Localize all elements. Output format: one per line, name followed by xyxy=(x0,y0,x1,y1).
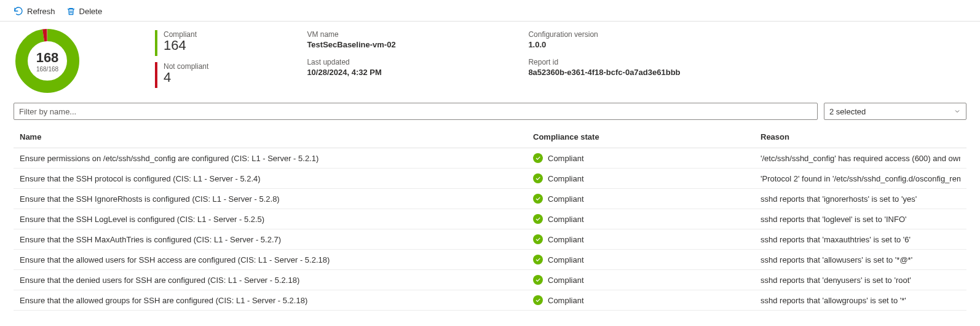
cell-reason: 'Protocol 2' found in '/etc/ssh/sshd_con… xyxy=(761,174,960,183)
cell-compliance-state: Compliant xyxy=(533,214,761,224)
compliance-state-text: Compliant xyxy=(548,276,584,285)
cell-name: Ensure that the SSH MaxAuthTries is conf… xyxy=(20,235,533,244)
cell-reason: sshd reports that 'ignorerhosts' is set … xyxy=(761,194,960,204)
th-state[interactable]: Compliance state xyxy=(533,132,761,141)
meta-config-version-label: Configuration version xyxy=(528,30,749,39)
cell-compliance-state: Compliant xyxy=(533,255,761,264)
cell-compliance-state: Compliant xyxy=(533,234,761,244)
check-circle-icon xyxy=(533,153,543,163)
check-circle-icon xyxy=(533,214,543,224)
table-row[interactable]: Ensure that the allowed groups for SSH a… xyxy=(14,290,966,311)
meta-report-id: Report id 8a52360b-e361-4f18-bcfc-0a7ad3… xyxy=(528,58,749,77)
stat-compliant-value: 164 xyxy=(164,38,197,54)
cell-reason: sshd reports that 'maxauthtries' is set … xyxy=(761,235,960,244)
table-row[interactable]: Ensure that the SSH protocol is configur… xyxy=(14,169,966,189)
th-name[interactable]: Name xyxy=(20,132,533,141)
meta-report-id-value: 8a52360b-e361-4f18-bcfc-0a7ad3e61bbb xyxy=(528,68,749,77)
cell-reason: sshd reports that 'loglevel' is set to '… xyxy=(761,215,960,224)
refresh-icon xyxy=(14,6,23,16)
compliance-state-text: Compliant xyxy=(548,154,584,163)
meta-last-updated: Last updated 10/28/2024, 4:32 PM xyxy=(307,58,528,77)
summary-section: 168 168/168 Compliant 164 Not compliant … xyxy=(0,22,980,103)
meta-vm-name: VM name TestSecBaseline-vm-02 xyxy=(307,30,528,49)
meta-config-version: Configuration version 1.0.0 xyxy=(528,30,749,49)
compliance-filter-dropdown[interactable]: 2 selected xyxy=(824,103,966,120)
table-row[interactable]: Ensure that the SSH LogLevel is configur… xyxy=(14,209,966,229)
cell-compliance-state: Compliant xyxy=(533,153,761,163)
cell-name: Ensure that the SSH LogLevel is configur… xyxy=(20,215,533,224)
table-row[interactable]: Ensure that the denied users for SSH are… xyxy=(14,270,966,290)
refresh-label: Refresh xyxy=(27,7,55,16)
check-circle-icon xyxy=(533,194,543,204)
compliance-state-text: Compliant xyxy=(548,255,584,264)
donut-sub: 168/168 xyxy=(36,66,58,73)
cell-name: Ensure that the allowed groups for SSH a… xyxy=(20,296,533,305)
stat-bar-green xyxy=(155,30,157,56)
cell-compliance-state: Compliant xyxy=(533,173,761,183)
stats-block: Compliant 164 Not compliant 4 xyxy=(155,30,208,88)
cell-reason: sshd reports that 'denyusers' is set to … xyxy=(761,276,960,285)
check-circle-icon xyxy=(533,295,543,305)
compliance-state-text: Compliant xyxy=(548,194,584,204)
delete-label: Delete xyxy=(79,7,103,16)
meta-last-updated-label: Last updated xyxy=(307,58,528,66)
trash-icon xyxy=(66,7,76,16)
meta-last-updated-value: 10/28/2024, 4:32 PM xyxy=(307,68,528,77)
th-reason[interactable]: Reason xyxy=(761,132,960,141)
donut-total: 168 xyxy=(36,50,59,66)
table-row[interactable]: Ensure that the allowed users for SSH ac… xyxy=(14,250,966,270)
cell-name: Ensure that the SSH IgnoreRhosts is conf… xyxy=(20,194,533,204)
dropdown-label: 2 selected xyxy=(829,107,866,116)
cell-name: Ensure that the denied users for SSH are… xyxy=(20,276,533,285)
stat-bar-red xyxy=(155,62,157,88)
cell-reason: sshd reports that 'allowgroups' is set t… xyxy=(761,296,960,305)
check-circle-icon xyxy=(533,255,543,264)
compliance-state-text: Compliant xyxy=(548,215,584,224)
delete-button[interactable]: Delete xyxy=(66,6,103,16)
filter-bar: 2 selected xyxy=(0,103,980,125)
chevron-down-icon xyxy=(954,108,961,115)
cell-compliance-state: Compliant xyxy=(533,194,761,204)
compliance-state-text: Compliant xyxy=(548,296,584,305)
stat-not-compliant: Not compliant 4 xyxy=(155,62,208,88)
cell-name: Ensure permissions on /etc/ssh/sshd_conf… xyxy=(20,154,533,163)
table-body: Ensure permissions on /etc/ssh/sshd_conf… xyxy=(14,148,966,311)
cell-name: Ensure that the SSH protocol is configur… xyxy=(20,174,533,183)
meta-config-version-value: 1.0.0 xyxy=(528,40,749,49)
cell-compliance-state: Compliant xyxy=(533,275,761,285)
cell-compliance-state: Compliant xyxy=(533,295,761,305)
meta-block: VM name TestSecBaseline-vm-02 Configurat… xyxy=(307,30,749,77)
cell-reason: '/etc/ssh/sshd_config' has required acce… xyxy=(761,154,960,163)
meta-vm-name-label: VM name xyxy=(307,30,528,39)
compliance-state-text: Compliant xyxy=(548,174,584,183)
results-table: Name Compliance state Reason Ensure perm… xyxy=(0,125,980,311)
donut-chart: 168 168/168 xyxy=(14,29,81,93)
refresh-button[interactable]: Refresh xyxy=(14,6,55,16)
check-circle-icon xyxy=(533,234,543,244)
table-row[interactable]: Ensure that the SSH MaxAuthTries is conf… xyxy=(14,229,966,250)
table-row[interactable]: Ensure that the SSH IgnoreRhosts is conf… xyxy=(14,189,966,209)
filter-by-name-input[interactable] xyxy=(14,103,818,120)
meta-vm-name-value: TestSecBaseline-vm-02 xyxy=(307,40,528,49)
check-circle-icon xyxy=(533,275,543,285)
table-header: Name Compliance state Reason xyxy=(14,125,966,148)
check-circle-icon xyxy=(533,173,543,183)
toolbar: Refresh Delete xyxy=(0,0,980,22)
stat-compliant: Compliant 164 xyxy=(155,30,208,56)
cell-name: Ensure that the allowed users for SSH ac… xyxy=(20,255,533,264)
cell-reason: sshd reports that 'allowusers' is set to… xyxy=(761,255,960,264)
table-row[interactable]: Ensure permissions on /etc/ssh/sshd_conf… xyxy=(14,148,966,169)
stat-not-compliant-value: 4 xyxy=(164,70,208,85)
meta-report-id-label: Report id xyxy=(528,58,749,66)
compliance-state-text: Compliant xyxy=(548,235,584,244)
